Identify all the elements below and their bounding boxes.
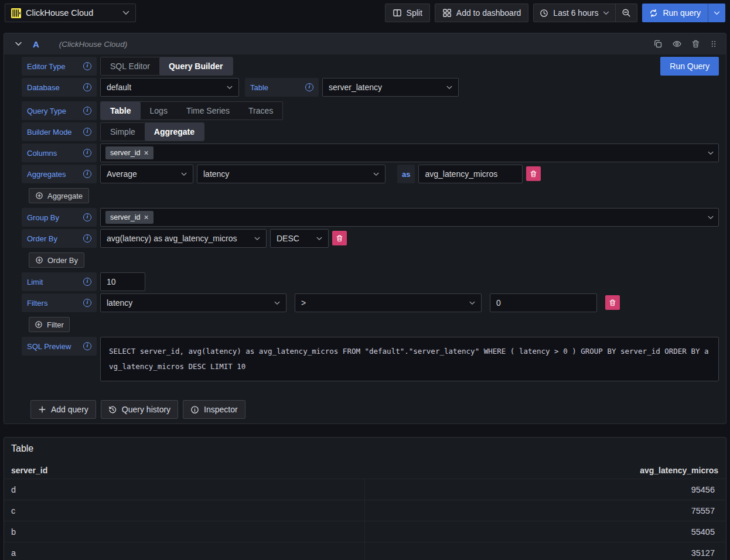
info-icon[interactable]: i (83, 62, 91, 70)
info-icon[interactable]: i (83, 342, 91, 350)
query-type-radio-group: Table Logs Time Series Traces (100, 101, 283, 120)
chevron-down-icon (714, 11, 720, 15)
result-table-header: server_id avg_latency_micros (4, 462, 726, 479)
query-type-logs[interactable]: Logs (141, 102, 177, 119)
delete-query-icon[interactable] (691, 39, 700, 49)
query-type-table[interactable]: Table (101, 102, 141, 119)
chevron-down-icon (469, 301, 475, 305)
cell-server-id: c (4, 500, 365, 521)
time-range-label: Last 6 hours (553, 8, 598, 18)
add-filter-button[interactable]: Filter (29, 317, 70, 332)
time-range-button[interactable]: Last 6 hours (534, 4, 615, 22)
sync-icon (649, 9, 658, 18)
columns-multiselect[interactable]: server_id × (100, 144, 719, 162)
group-by-label: Group By i (22, 208, 97, 227)
sql-preview-label: SQL Preview i (22, 337, 97, 356)
chevron-down-icon (603, 11, 609, 15)
info-icon[interactable]: i (83, 107, 91, 115)
history-icon (108, 405, 117, 414)
table-result-panel: Table server_id avg_latency_micros d 954… (4, 437, 726, 560)
result-panel-title: Table (4, 442, 726, 454)
aggregate-column-select[interactable]: latency (197, 165, 386, 183)
info-icon[interactable]: i (83, 128, 91, 136)
remove-aggregate-button[interactable] (526, 166, 541, 181)
as-label: as (397, 165, 415, 183)
filter-value-input[interactable]: 0 (490, 293, 597, 312)
editor-type-query-builder[interactable]: Query Builder (159, 57, 233, 75)
query-type-time-series[interactable]: Time Series (177, 102, 239, 119)
order-by-field-select[interactable]: avg(latency) as avg_latency_micros (100, 229, 267, 248)
run-query-button[interactable]: Run query (642, 4, 708, 22)
column-header-server-id[interactable]: server_id (11, 466, 365, 475)
hide-response-eye-icon[interactable] (672, 39, 682, 49)
info-icon[interactable]: i (83, 278, 91, 286)
group-by-multiselect[interactable]: server_id × (100, 208, 719, 227)
query-history-button[interactable]: Query history (101, 400, 178, 419)
query-actions-row: Add query Query history Inspector (22, 384, 719, 419)
duplicate-query-icon[interactable] (653, 39, 663, 49)
aggregates-label: Aggregates i (22, 165, 97, 183)
table-row: c 75557 (4, 500, 726, 521)
info-icon[interactable]: i (83, 234, 91, 243)
query-builder: Editor Type i SQL Editor Query Builder R… (4, 54, 726, 419)
datasource-picker[interactable]: ClickHouse Cloud (5, 4, 136, 22)
info-icon[interactable]: i (83, 213, 91, 221)
apps-icon (442, 8, 452, 18)
builder-mode-aggregate[interactable]: Aggregate (145, 123, 204, 141)
limit-label: Limit i (22, 272, 97, 291)
cell-server-id: b (4, 521, 365, 542)
trash-icon (530, 170, 537, 178)
filters-label: Filters i (22, 293, 97, 312)
remove-order-by-button[interactable] (332, 231, 347, 245)
split-button[interactable]: Split (385, 4, 430, 22)
aggregate-alias-input[interactable]: avg_latency_micros (418, 165, 523, 183)
trash-icon (609, 299, 616, 307)
database-label: Database i (22, 78, 97, 97)
drag-handle-icon[interactable] (709, 39, 718, 49)
info-icon[interactable]: i (305, 83, 313, 91)
zoom-out-time-button[interactable] (615, 4, 637, 22)
editor-type-radio-group: SQL Editor Query Builder (100, 57, 233, 76)
cell-server-id: d (4, 479, 365, 500)
cell-avg-latency: 55405 (365, 521, 726, 542)
limit-input[interactable]: 10 (100, 272, 145, 291)
filter-operator-select[interactable]: > (295, 293, 482, 312)
clock-icon (540, 9, 548, 18)
collapse-chevron-icon[interactable] (15, 42, 22, 46)
query-type-traces[interactable]: Traces (239, 102, 282, 119)
info-icon[interactable]: i (83, 170, 91, 178)
filter-column-select[interactable]: latency (100, 293, 286, 312)
column-header-avg-latency-micros[interactable]: avg_latency_micros (365, 466, 719, 475)
datasource-name: ClickHouse Cloud (26, 8, 118, 18)
run-query-split-button: Run query (642, 4, 725, 22)
builder-run-query-button[interactable]: Run Query (660, 57, 719, 76)
chevron-down-icon (274, 301, 280, 305)
editor-type-sql-editor[interactable]: SQL Editor (101, 57, 159, 75)
add-query-button[interactable]: Add query (30, 400, 96, 419)
trash-icon (336, 234, 343, 243)
chevron-down-icon (446, 86, 452, 90)
remove-chip-icon[interactable]: × (144, 149, 148, 157)
query-editor-panel: A (ClickHouse Cloud) (4, 33, 726, 424)
info-icon[interactable]: i (83, 149, 91, 157)
builder-mode-simple[interactable]: Simple (101, 123, 145, 141)
table-select[interactable]: server_latency (322, 78, 459, 97)
chevron-down-icon (373, 172, 379, 176)
chevron-down-icon (254, 237, 260, 241)
inspector-button[interactable]: Inspector (183, 400, 245, 419)
remove-filter-button[interactable] (605, 295, 620, 310)
sql-preview-text: SELECT server_id, avg(latency) as avg_la… (100, 337, 719, 381)
remove-chip-icon[interactable]: × (144, 213, 148, 221)
aggregate-function-select[interactable]: Average (100, 165, 193, 183)
explore-toolbar: ClickHouse Cloud Split Add to dashboard (0, 0, 730, 26)
run-query-options-button[interactable] (708, 4, 725, 22)
info-icon[interactable]: i (83, 299, 91, 307)
info-icon[interactable]: i (83, 83, 91, 91)
order-by-direction-select[interactable]: DESC (270, 229, 329, 248)
database-select[interactable]: default (100, 78, 239, 97)
add-order-by-button[interactable]: Order By (29, 252, 84, 268)
result-table: server_id avg_latency_micros d 95456 c 7… (4, 462, 726, 560)
add-aggregate-button[interactable]: Aggregate (29, 188, 89, 203)
query-ref-id[interactable]: A (33, 39, 39, 49)
add-to-dashboard-button[interactable]: Add to dashboard (435, 4, 529, 22)
